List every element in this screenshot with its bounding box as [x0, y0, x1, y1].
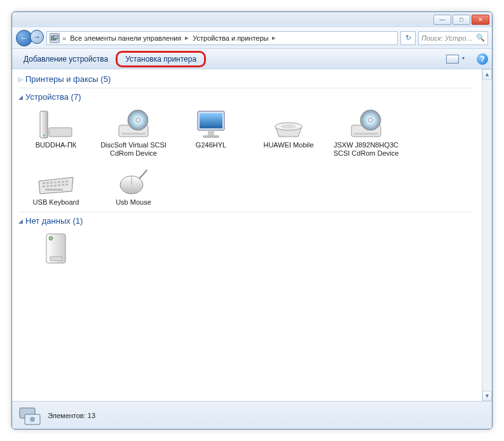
svg-rect-30	[58, 184, 60, 186]
breadcrumb-2[interactable]: Устройства и принтеры	[191, 34, 269, 42]
breadcrumb-field[interactable]: « Все элементы панели управления ▸ Устро…	[46, 31, 398, 45]
nav-buttons: ← →	[16, 30, 44, 46]
svg-rect-26	[43, 186, 45, 187]
svg-rect-24	[62, 181, 64, 183]
drive-icon	[36, 232, 76, 265]
divider	[18, 212, 472, 212]
devices-icon	[50, 33, 60, 43]
breadcrumb-1[interactable]: Все элементы панели управления	[69, 34, 182, 42]
cdrom-icon	[113, 108, 154, 141]
svg-rect-31	[62, 184, 64, 186]
scroll-track[interactable]	[482, 79, 492, 391]
device-label: BUDDHA-ПК	[36, 141, 76, 149]
maximize-button[interactable]: □	[453, 15, 470, 25]
device-item[interactable]: JSXW J892N8HQ3C SCSI CdRom Device	[331, 104, 401, 161]
mouse-icon	[113, 165, 154, 198]
device-item[interactable]: DiscSoft Virtual SCSI CdRom Device	[99, 104, 168, 161]
svg-rect-29	[54, 185, 57, 187]
divider	[18, 88, 472, 88]
group-title: Принтеры и факсы (5)	[25, 74, 111, 84]
expand-icon: ◢	[18, 218, 23, 224]
group-title: Нет данных (1)	[25, 216, 83, 226]
close-button[interactable]: ✕	[472, 15, 489, 25]
device-label: USB Keyboard	[33, 198, 79, 207]
help-button[interactable]: ?	[477, 53, 488, 65]
collapse-icon: ▷	[18, 76, 23, 83]
scroll-up-button[interactable]: ▲	[482, 69, 492, 79]
keyboard-icon	[36, 165, 76, 198]
svg-rect-10	[200, 113, 222, 128]
svg-point-36	[49, 236, 53, 240]
pc-icon	[36, 108, 76, 141]
forward-button[interactable]: →	[30, 30, 44, 44]
svg-point-14	[281, 125, 296, 129]
toolbar: Добавление устройства Установка принтера…	[12, 49, 492, 69]
device-item[interactable]: BUDDHA-ПК	[21, 104, 91, 161]
svg-rect-2	[40, 111, 48, 138]
view-options-button[interactable]	[446, 55, 459, 64]
svg-rect-12	[203, 135, 219, 138]
group-devices[interactable]: ◢ Устройства (7)	[18, 90, 472, 104]
devices-grid: BUDDHA-ПК DiscSoft Virtual SCSI CdRom De…	[18, 104, 472, 210]
group-printers[interactable]: ▷ Принтеры и факсы (5)	[18, 72, 472, 86]
content-area: ▷ Принтеры и факсы (5) ◢ Устройства (7) …	[12, 69, 492, 401]
add-device-button[interactable]: Добавление устройства	[16, 51, 116, 67]
group-title: Устройства (7)	[25, 92, 81, 102]
cdrom-icon	[346, 108, 386, 141]
svg-rect-20	[46, 182, 49, 184]
scroll-down-button[interactable]: ▼	[482, 391, 492, 401]
svg-rect-3	[49, 128, 72, 137]
vertical-scrollbar[interactable]: ▲ ▼	[482, 69, 492, 401]
device-label: Usb Mouse	[116, 198, 151, 207]
svg-rect-28	[50, 185, 53, 187]
search-input[interactable]: Поиск: Устро… 🔍	[418, 31, 488, 45]
device-item[interactable]: USB Keyboard	[21, 161, 91, 210]
svg-rect-22	[54, 182, 57, 184]
svg-rect-23	[58, 181, 60, 183]
device-label: JSXW J892N8HQ3C SCSI CdRom Device	[333, 141, 399, 158]
svg-rect-25	[65, 180, 68, 182]
svg-point-40	[30, 417, 35, 422]
expand-icon: ◢	[18, 94, 23, 100]
group-nodata[interactable]: ◢ Нет данных (1)	[18, 214, 472, 228]
svg-rect-33	[45, 189, 63, 191]
status-devices-icon	[18, 405, 41, 426]
minimize-button[interactable]: —	[433, 15, 451, 25]
monitor-icon	[191, 108, 231, 141]
add-printer-button[interactable]: Установка принтера	[116, 51, 206, 67]
scroll-area: ▷ Принтеры и факсы (5) ◢ Устройства (7) …	[12, 69, 482, 401]
svg-rect-37	[50, 257, 62, 261]
disk-icon	[268, 108, 309, 141]
svg-rect-27	[46, 186, 49, 187]
breadcrumb-back-glyph: «	[61, 34, 67, 42]
address-bar: ← → « Все элементы панели управления ▸ У…	[12, 27, 492, 49]
search-placeholder: Поиск: Устро…	[421, 34, 473, 42]
toolbar-right: ?	[446, 53, 488, 65]
svg-rect-11	[208, 130, 214, 135]
nodata-grid	[18, 228, 472, 269]
breadcrumb-sep-1: ▸	[184, 34, 190, 42]
svg-rect-32	[65, 184, 68, 186]
device-item[interactable]: G246HYL	[176, 104, 246, 161]
svg-rect-21	[50, 182, 53, 184]
svg-rect-1	[53, 35, 58, 39]
status-bar: Элементов: 13	[12, 401, 492, 429]
device-label: DiscSoft Virtual SCSI CdRom Device	[100, 141, 167, 158]
device-label: G246HYL	[196, 141, 226, 149]
window: — □ ✕ ← → « Все элементы панели управлен…	[11, 11, 493, 430]
refresh-icon: ↻	[405, 34, 411, 42]
status-text: Элементов: 13	[48, 412, 95, 419]
titlebar: — □ ✕	[12, 12, 492, 27]
device-item[interactable]: Usb Mouse	[99, 161, 168, 210]
svg-rect-16	[354, 133, 378, 135]
refresh-button[interactable]: ↻	[400, 31, 416, 45]
device-label: HUAWEI Mobile	[263, 141, 313, 149]
device-item[interactable]: HUAWEI Mobile	[254, 104, 324, 161]
search-icon: 🔍	[476, 34, 485, 42]
device-item[interactable]	[21, 228, 91, 269]
svg-point-8	[136, 118, 140, 122]
svg-rect-6	[121, 133, 146, 135]
breadcrumb-sep-2: ▸	[271, 34, 277, 42]
svg-rect-19	[43, 182, 45, 184]
svg-point-4	[43, 135, 45, 137]
